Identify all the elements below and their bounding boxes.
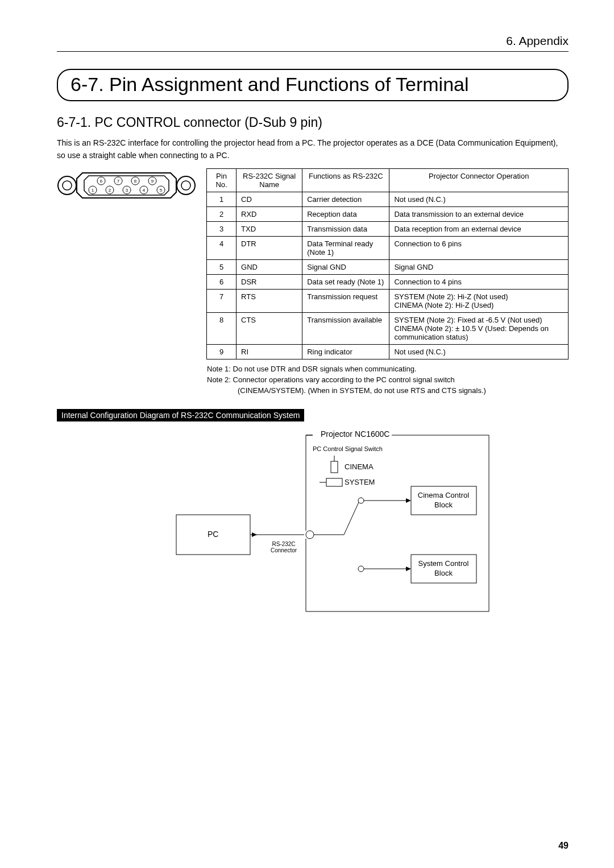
svg-marker-24 [252,532,257,537]
svg-point-31 [358,498,364,503]
diagram-title-bar: Internal Configuration Diagram of RS-232… [57,409,304,421]
table-row: 6DSRData set ready (Note 1)Connection to… [207,275,569,290]
note-2: Note 2: Connector operations vary accord… [207,375,569,386]
svg-line-33 [344,502,359,535]
chapter-header: 6. Appendix [57,34,569,52]
svg-text:8: 8 [134,179,137,184]
cinema-block-label: Cinema Control Block [415,491,472,510]
cinema-label: CINEMA [345,462,374,471]
section-title: 6-7. Pin Assignment and Functions of Ter… [57,69,569,101]
page-number: 49 [558,841,569,851]
table-row: 7RTSTransmission requestSYSTEM (Note 2):… [207,290,569,313]
table-notes: Note 1: Do not use DTR and DSR signals w… [207,364,569,396]
note-1: Note 1: Do not use DTR and DSR signals w… [207,364,569,375]
connector-label: RS-232C Connector [267,541,300,553]
table-row: 8CTSTransmission availableSYSTEM (Note 2… [207,313,569,345]
svg-point-0 [58,176,76,195]
system-label: SYSTEM [345,478,375,486]
system-block-label: System Control Block [415,559,472,578]
table-row: 3TXDTransmission dataData reception from… [207,222,569,237]
switch-title: PC Control Signal Switch [313,445,383,452]
svg-marker-35 [406,498,411,503]
th-pin: Pin No. [207,169,237,192]
pin-assignment-table: Pin No. RS-232C Signal Name Functions as… [206,168,569,359]
note-2-cont: (CINEMA/SYSTEM). (When in SYSTEM, do not… [207,386,569,396]
svg-text:6: 6 [100,179,103,184]
svg-text:4: 4 [143,188,146,193]
svg-rect-29 [326,478,342,486]
pc-label: PC [208,530,218,539]
intro-paragraph: This is an RS-232C interface for control… [57,137,569,162]
svg-point-1 [63,181,72,190]
th-op: Projector Connector Operation [389,169,569,192]
frame-label: Projector NC1600C [318,429,392,439]
th-func: Functions as RS-232C [302,169,389,192]
svg-text:2: 2 [109,188,111,193]
svg-point-37 [358,566,364,572]
table-row: 5GNDSignal GNDSignal GND [207,260,569,275]
table-row: 4DTRData Terminal ready (Note 1)Connecti… [207,237,569,260]
table-row: 1CDCarrier detectionNot used (N.C.) [207,192,569,207]
svg-point-3 [181,181,190,190]
th-signal: RS-232C Signal Name [237,169,302,192]
svg-marker-39 [406,567,411,571]
svg-text:7: 7 [117,179,120,184]
config-diagram: Projector NC1600C PC Control Signal Swit… [171,429,551,617]
svg-text:5: 5 [160,188,163,193]
svg-text:9: 9 [151,179,154,184]
table-row: 9RIRing indicatorNot used (N.C.) [207,345,569,359]
dsub9-connector-diagram: 6 7 8 9 1 2 3 4 5 [57,168,196,359]
svg-point-2 [177,176,195,195]
svg-text:3: 3 [126,188,128,193]
svg-point-25 [306,531,314,539]
subsection-title: 6-7-1. PC CONTROL connector (D-Sub 9 pin… [57,115,569,130]
table-row: 2RXDReception dataData transmission to a… [207,207,569,222]
svg-rect-27 [331,461,338,473]
svg-text:1: 1 [92,188,94,193]
